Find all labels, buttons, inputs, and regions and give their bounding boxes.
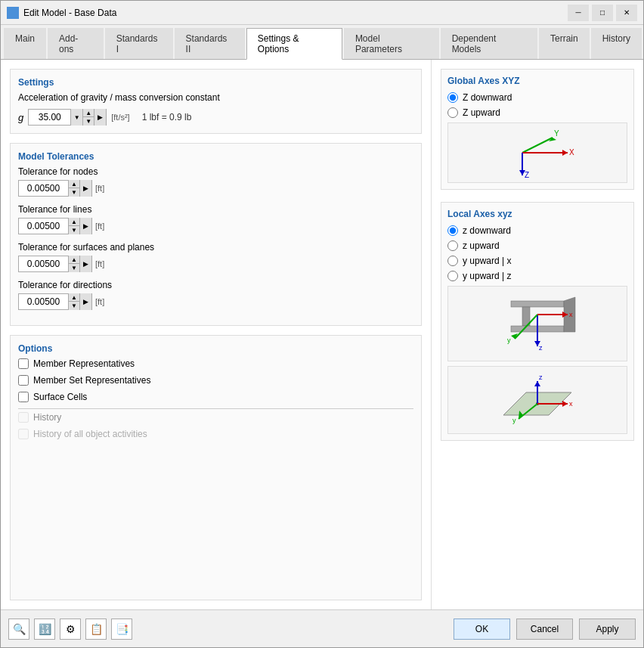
paste-tool-button[interactable]: 📑 [111,619,132,640]
svg-text:Y: Y [554,129,559,138]
z-downward-label[interactable]: Z downward [463,92,512,103]
lz-downward-label[interactable]: z downward [463,225,511,236]
member-set-rep-checkbox[interactable] [18,375,29,386]
tab-standards2[interactable]: Standards II [175,28,245,59]
tolerance-lines-inc[interactable]: ▲ [69,218,79,226]
local-axes-section: Local Axes xyz z downward z upward y upw… [441,202,634,441]
gravity-dropdown-arrow[interactable]: ▼ [70,109,82,126]
tolerance-surfaces-unit: [ft] [95,259,104,268]
cancel-button[interactable]: Cancel [516,619,573,640]
minimize-button[interactable]: ─ [568,5,589,21]
tolerance-lines-input[interactable] [19,221,68,231]
app-icon [7,7,19,19]
content-area: Settings Acceleration of gravity / mass … [1,60,643,609]
search-tool-button[interactable]: 🔍 [8,619,29,640]
tolerance-directions-dec[interactable]: ▼ [69,302,79,310]
lz-upward-row: z upward [447,240,627,251]
tolerance-surfaces-dec[interactable]: ▼ [69,264,79,272]
right-panel: Global Axes XYZ Z downward Z upward Y [432,60,643,609]
tolerance-directions-label: Tolerance for directions [18,280,413,290]
copy-tool-button[interactable]: 📋 [85,619,107,640]
gravity-increment[interactable]: ▲ [83,109,94,117]
tolerance-directions-spin: ▲ ▼ ▶ [18,293,92,310]
tolerance-lines-label: Tolerance for lines [18,204,413,215]
beam-diagram: z y x [447,286,627,361]
tolerance-nodes-label: Tolerance for nodes [18,166,413,177]
tolerance-lines-dec[interactable]: ▼ [69,226,79,234]
tolerance-nodes-arrows: ▲ ▼ [68,180,79,197]
tolerance-nodes-input-row: ▲ ▼ ▶ [ft] [18,180,413,197]
tab-model-params[interactable]: Model Parameters [344,28,439,59]
svg-marker-31 [562,401,568,407]
tolerance-lines-unit: [ft] [95,222,104,231]
lz-upward-label[interactable]: z upward [463,240,500,251]
tolerance-nodes-inc[interactable]: ▲ [69,180,79,188]
gravity-value-input[interactable] [29,112,70,122]
title-bar: Edit Model - Base Data ─ □ ✕ [1,1,643,25]
tolerance-surfaces-label: Tolerance for surfaces and planes [18,242,413,253]
lz-upward-radio[interactable] [447,240,458,251]
tab-addons[interactable]: Add-ons [48,28,104,59]
surface-cells-checkbox[interactable] [18,392,29,402]
tolerance-surfaces-play[interactable]: ▶ [79,256,91,272]
tolerances-title: Model Tolerances [18,151,413,162]
action-buttons: OK Cancel Apply [454,619,636,640]
tolerance-lines-spin: ▲ ▼ ▶ [18,218,92,234]
z-upward-radio[interactable] [447,107,458,118]
ly-upward-x-radio[interactable] [447,256,458,266]
close-button[interactable]: ✕ [616,5,637,21]
left-panel: Settings Acceleration of gravity / mass … [1,60,432,609]
tolerance-directions-input[interactable] [19,296,68,307]
tolerance-directions-play[interactable]: ▶ [79,293,91,310]
svg-text:y: y [507,336,511,344]
tolerance-surfaces-input[interactable] [19,259,68,269]
ly-upward-z-label[interactable]: y upward | z [463,271,511,281]
tolerance-lines-play[interactable]: ▶ [79,218,91,234]
svg-text:Z: Z [525,171,529,179]
member-set-rep-label[interactable]: Member Set Representatives [33,375,150,386]
tolerance-nodes-input[interactable] [19,183,68,194]
tolerance-lines-row: Tolerance for lines ▲ ▼ ▶ [ft] [18,204,413,234]
tab-main[interactable]: Main [4,28,46,59]
history-all-label[interactable]: History of all object activities [33,429,147,439]
ok-button[interactable]: OK [454,619,510,640]
tolerance-surfaces-row: Tolerance for surfaces and planes ▲ ▼ ▶ … [18,242,413,272]
tolerance-directions-inc[interactable]: ▲ [69,293,79,302]
tolerance-directions-input-row: ▲ ▼ ▶ [ft] [18,293,413,310]
history-checkbox[interactable] [18,412,29,423]
tolerance-nodes-dec[interactable]: ▼ [69,188,79,197]
history-label[interactable]: History [33,412,61,423]
surface-cells-label[interactable]: Surface Cells [33,392,87,402]
lz-downward-row: z downward [447,225,627,236]
gravity-play-btn[interactable]: ▶ [94,109,106,126]
tolerance-surfaces-arrows: ▲ ▼ [68,256,79,272]
gravity-decrement[interactable]: ▼ [83,117,94,126]
ly-upward-x-row: y upward | x [447,256,627,266]
tolerance-surfaces-inc[interactable]: ▲ [69,256,79,264]
apply-button[interactable]: Apply [579,619,636,640]
options-section: Options Member Representatives Member Se… [10,335,422,600]
history-all-checkbox[interactable] [18,429,29,439]
options-separator [18,408,413,409]
numbers-tool-button[interactable]: 🔢 [34,619,55,640]
lz-downward-radio[interactable] [447,225,458,236]
tab-terrain[interactable]: Terrain [539,28,590,59]
tab-settings-options[interactable]: Settings & Options [246,28,342,60]
gravity-spin-input: ▼ ▲ ▼ ▶ [28,109,107,126]
bottom-bar: 🔍 🔢 ⚙ 📋 📑 OK Cancel Apply [1,609,643,647]
tab-dependent-models[interactable]: Dependent Models [441,28,537,59]
ly-upward-z-radio[interactable] [447,271,458,281]
z-upward-label[interactable]: Z upward [463,107,500,118]
member-set-rep-row: Member Set Representatives [18,375,413,386]
member-rep-label[interactable]: Member Representatives [33,358,135,369]
tab-history[interactable]: History [591,28,642,59]
tolerance-nodes-play[interactable]: ▶ [79,180,91,197]
svg-text:x: x [569,400,573,408]
member-rep-checkbox[interactable] [18,358,29,369]
ly-upward-x-label[interactable]: y upward | x [463,256,511,266]
gravity-unit: [ft/s²] [111,113,129,122]
maximize-button[interactable]: □ [592,5,613,21]
settings-tool-button[interactable]: ⚙ [60,619,81,640]
z-downward-radio[interactable] [447,92,458,103]
tab-standards1[interactable]: Standards I [105,28,173,59]
